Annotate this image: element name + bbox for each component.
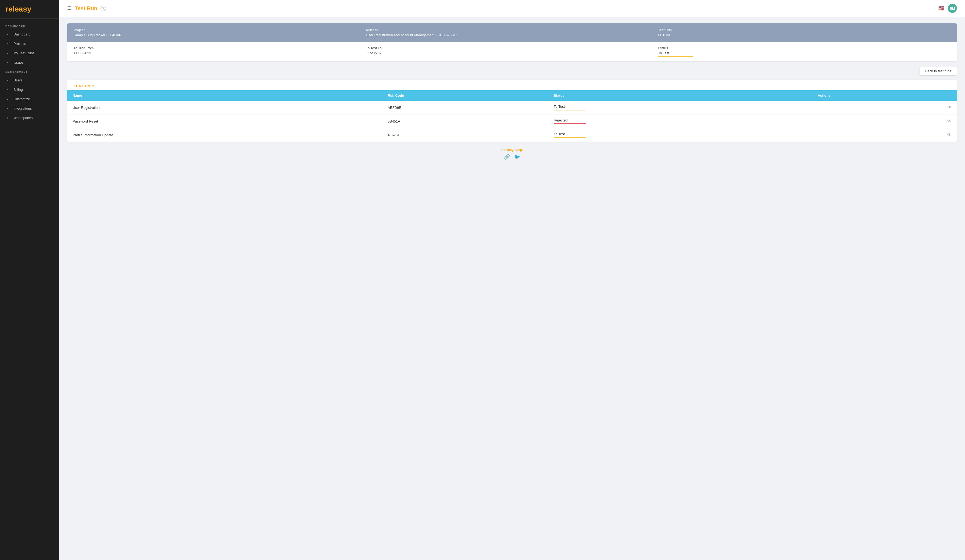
col-header-actions: Actions	[812, 90, 957, 101]
cell-actions-0: 👁	[812, 101, 957, 114]
sidebar-item-workspaces[interactable]: ▪ Workspaces	[0, 113, 59, 122]
sidebar-item-billing[interactable]: ▪ Billing	[0, 85, 59, 94]
to-test-from-col: To Test From 11/08/2023	[74, 46, 366, 57]
cell-status-0: To Test	[548, 101, 812, 114]
release-label: Release	[366, 28, 658, 32]
sidebar-item-label: Dashboard	[13, 32, 31, 36]
sidebar-section-label-dashboard: DASHBOARD	[0, 21, 59, 29]
view-icon-2[interactable]: 👁	[947, 132, 952, 137]
sidebar: releasy DASHBOARD ▪ Dashboard ▪ Projects…	[0, 0, 59, 560]
status-underline	[658, 56, 693, 57]
features-card: FEATURES Name Ref. Code Status Actions U…	[67, 80, 957, 142]
to-test-to-label: To Test To	[366, 46, 658, 50]
sidebar-item-label: My Test Runs	[13, 51, 35, 55]
sidebar-item-label: Billing	[13, 88, 23, 91]
hamburger-menu-icon[interactable]: ☰	[67, 5, 72, 11]
test-run-col: Test Run 8E1C6F	[658, 28, 950, 37]
integrations-icon: ▪	[5, 106, 10, 111]
sidebar-logo: releasy	[0, 0, 59, 18]
cell-name-2: Profile Information Update	[67, 128, 382, 142]
sidebar-section-label-management: MANAGEMENT	[0, 67, 59, 75]
page-title: Test Run	[75, 5, 97, 11]
table-row: Password Reset 5B451A Rejected 👁	[67, 114, 957, 128]
cell-actions-2: 👁	[812, 128, 957, 142]
sidebar-item-label: Issues	[13, 60, 24, 64]
to-test-from-value: 11/08/2023	[74, 51, 366, 55]
footer-twitter-icon[interactable]: 🐦	[514, 154, 520, 160]
sidebar-item-projects[interactable]: ▪ Projects	[0, 39, 59, 48]
flag-icon[interactable]: 🇺🇸	[937, 5, 945, 12]
sidebar-item-label: Users	[13, 78, 23, 82]
info-card-bottom: To Test From 11/08/2023 To Test To 11/23…	[67, 42, 957, 61]
sidebar-item-integrations[interactable]: ▪ Integrations	[0, 104, 59, 113]
footer-icons: 🔗 🐦	[74, 154, 950, 160]
status-value: To Test	[658, 51, 950, 55]
cell-ref-0: AEFD9E	[382, 101, 548, 114]
test-runs-icon: ▪	[5, 51, 10, 56]
issues-icon: ▪	[5, 60, 10, 65]
release-value: User Registration and Account Management…	[366, 33, 658, 37]
sidebar-item-label: Integrations	[13, 106, 32, 111]
col-header-ref-code: Ref. Code	[382, 90, 548, 101]
avatar[interactable]: SM	[948, 4, 957, 13]
status-col: Status To Test	[658, 46, 950, 57]
footer-company-name: Releasy Corp.	[74, 148, 950, 152]
users-icon: ▪	[5, 78, 10, 83]
cell-actions-1: 👁	[812, 114, 957, 128]
sidebar-item-label: Projects	[13, 42, 26, 46]
release-col: Release User Registration and Account Ma…	[366, 28, 658, 37]
features-table: Name Ref. Code Status Actions User Regis…	[67, 90, 957, 142]
cell-status-2: To Test	[548, 128, 812, 142]
workspaces-icon: ▪	[5, 116, 10, 120]
cell-ref-1: 5B451A	[382, 114, 548, 128]
to-test-to-value: 11/23/2023	[366, 51, 658, 55]
sidebar-item-my-test-runs[interactable]: ▪ My Test Runs	[0, 48, 59, 58]
sidebar-item-users[interactable]: ▪ Users	[0, 75, 59, 85]
projects-icon: ▪	[5, 41, 10, 46]
help-icon[interactable]: ?	[101, 6, 106, 11]
cell-ref-2: 4F6751	[382, 128, 548, 142]
back-to-test-runs-button[interactable]: Back to test runs	[919, 67, 957, 75]
footer: Releasy Corp. 🔗 🐦	[67, 142, 957, 167]
info-card-top: Project Sample Bug Tracker - 384DA6 Rele…	[67, 23, 957, 42]
view-icon-0[interactable]: 👁	[947, 105, 952, 109]
cell-name-1: Password Reset	[67, 114, 382, 128]
header-bar: ☰ Test Run ? 🇺🇸 SM	[59, 0, 965, 17]
header-right: 🇺🇸 SM	[937, 4, 957, 13]
sidebar-item-label: Customize	[13, 97, 30, 101]
project-col: Project Sample Bug Tracker - 384DA6	[74, 28, 366, 37]
customize-icon: ▪	[5, 97, 10, 101]
view-icon-1[interactable]: 👁	[947, 119, 952, 123]
sidebar-item-dashboard[interactable]: ▪ Dashboard	[0, 29, 59, 39]
table-row: User Registration AEFD9E To Test 👁	[67, 101, 957, 114]
info-card: Project Sample Bug Tracker - 384DA6 Rele…	[67, 23, 957, 61]
logo-text: releasy	[5, 5, 31, 13]
to-test-to-col: To Test To 11/23/2023	[366, 46, 658, 57]
col-header-name: Name	[67, 90, 382, 101]
sidebar-item-label: Workspaces	[13, 116, 33, 120]
header-left: ☰ Test Run ?	[67, 5, 106, 11]
test-run-value: 8E1C6F	[658, 33, 950, 37]
dashboard-icon: ▪	[5, 32, 10, 36]
main-content: ☰ Test Run ? 🇺🇸 SM Project Sample Bug Tr…	[59, 0, 965, 560]
project-label: Project	[74, 28, 366, 32]
sidebar-item-customize[interactable]: ▪ Customize	[0, 94, 59, 104]
features-title: FEATURES	[67, 80, 957, 90]
back-btn-row: Back to test runs	[67, 67, 957, 75]
test-run-label: Test Run	[658, 28, 950, 32]
sidebar-section-dashboard: DASHBOARD ▪ Dashboard ▪ Projects ▪ My Te…	[0, 21, 59, 67]
status-label: Status	[658, 46, 950, 50]
sidebar-section-management: MANAGEMENT ▪ Users ▪ Billing ▪ Customize…	[0, 67, 59, 122]
table-header-row: Name Ref. Code Status Actions	[67, 90, 957, 101]
to-test-from-label: To Test From	[74, 46, 366, 50]
cell-status-1: Rejected	[548, 114, 812, 128]
table-row: Profile Information Update 4F6751 To Tes…	[67, 128, 957, 142]
col-header-status: Status	[548, 90, 812, 101]
content-area: Project Sample Bug Tracker - 384DA6 Rele…	[59, 17, 965, 560]
billing-icon: ▪	[5, 87, 10, 92]
footer-link-icon[interactable]: 🔗	[504, 154, 510, 160]
project-value: Sample Bug Tracker - 384DA6	[74, 33, 366, 37]
sidebar-item-issues[interactable]: ▪ Issues	[0, 58, 59, 67]
cell-name-0: User Registration	[67, 101, 382, 114]
